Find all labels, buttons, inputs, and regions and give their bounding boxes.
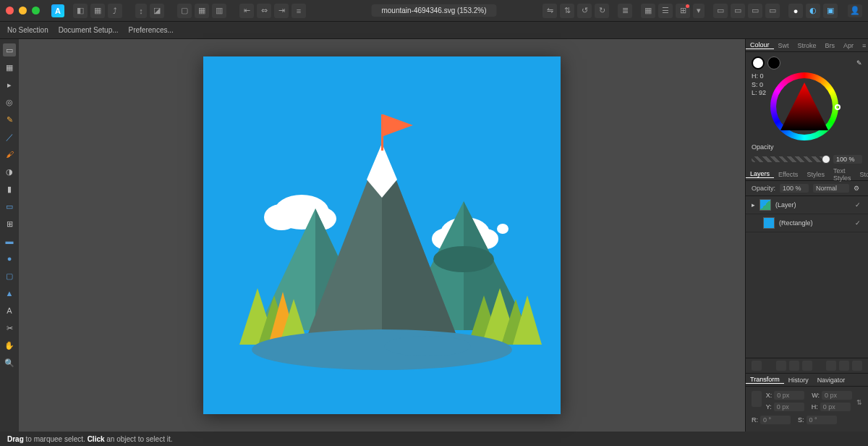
document-canvas[interactable] xyxy=(203,56,561,414)
snap-bounds-icon[interactable]: ▢ xyxy=(177,4,192,18)
document-setup-button[interactable]: Document Setup... xyxy=(59,26,119,34)
visibility-checkbox[interactable]: ✓ xyxy=(855,219,862,227)
rotate-cw-icon[interactable]: ↻ xyxy=(595,4,609,18)
mask-icon[interactable] xyxy=(776,361,786,371)
adjustment-icon[interactable] xyxy=(789,361,799,371)
r-input[interactable]: 0 ° xyxy=(760,416,791,424)
tab-history[interactable]: History xyxy=(784,376,813,384)
brush-tool-icon[interactable]: 🖌 xyxy=(3,148,16,161)
add-pixel-layer-icon[interactable]: ◐ xyxy=(806,4,820,18)
crop-tool-icon[interactable]: ⊞ xyxy=(3,217,16,230)
opacity-value[interactable]: 100 % xyxy=(833,155,862,164)
h-input[interactable]: 0 px xyxy=(820,403,851,411)
align-right-icon[interactable]: ⇥ xyxy=(274,4,289,18)
fill-swatch[interactable] xyxy=(752,56,765,70)
maximize-window-icon[interactable] xyxy=(32,7,40,14)
layer-row[interactable]: ▸ (Layer) ✓ xyxy=(746,196,868,214)
add-layer-icon[interactable]: ● xyxy=(788,4,803,18)
transparency-tool-icon[interactable]: ▮ xyxy=(3,182,16,195)
node-tool-icon[interactable]: ▸ xyxy=(3,78,16,91)
add-pixel-icon[interactable] xyxy=(839,361,849,371)
align-left-icon[interactable]: ⇤ xyxy=(239,4,254,18)
guides-icon[interactable]: ☰ xyxy=(658,4,673,18)
document-title[interactable]: mountain-4694346.svg (153.2%) xyxy=(371,4,496,17)
flip-h-icon[interactable]: ⇋ xyxy=(542,4,557,18)
snap-icon[interactable]: ⊞ xyxy=(676,4,690,18)
delete-layer-icon[interactable] xyxy=(852,361,862,371)
w-input[interactable]: 0 px xyxy=(822,391,852,400)
layer-opacity-value[interactable]: 100 % xyxy=(780,184,809,193)
tab-appearance[interactable]: Apr xyxy=(839,42,858,49)
corner-tool-icon[interactable]: ◎ xyxy=(3,96,16,109)
close-window-icon[interactable] xyxy=(6,7,14,14)
order-backward-icon[interactable]: ▭ xyxy=(748,4,762,18)
persona-export-icon[interactable]: ⤴ xyxy=(108,4,122,18)
minimize-window-icon[interactable] xyxy=(19,7,27,14)
tab-layers[interactable]: Layers xyxy=(746,170,774,178)
layer-settings-icon[interactable]: ⚙ xyxy=(854,185,859,192)
anchor-grid-icon[interactable] xyxy=(752,391,762,407)
h-label: H: xyxy=(812,403,818,411)
tab-stock[interactable]: Stock xyxy=(855,171,868,178)
tab-styles[interactable]: Styles xyxy=(802,171,829,178)
distribute-icon[interactable]: ≣ xyxy=(618,4,632,18)
account-icon[interactable]: 👤 xyxy=(848,4,862,17)
order-front-icon[interactable]: ▭ xyxy=(713,4,728,18)
opacity-slider[interactable] xyxy=(752,156,830,162)
place-image-tool-icon[interactable]: ▭ xyxy=(3,200,16,213)
tab-text-styles[interactable]: Text Styles xyxy=(829,167,856,182)
order-forward-icon[interactable]: ▭ xyxy=(731,4,745,18)
rectangle-tool-icon[interactable]: ▬ xyxy=(3,235,16,248)
visibility-checkbox[interactable]: ✓ xyxy=(855,201,862,209)
swatch-toggle-icon[interactable]: ◪ xyxy=(150,4,164,18)
snap-grid-icon[interactable]: ▦ xyxy=(195,4,209,18)
ellipse-tool-icon[interactable]: ● xyxy=(3,252,16,265)
align-center-icon[interactable]: ⇔ xyxy=(257,4,271,18)
order-back-icon[interactable]: ▭ xyxy=(765,4,780,18)
expand-icon[interactable]: ▸ xyxy=(752,201,755,209)
tab-brushes[interactable]: Brs xyxy=(821,42,840,49)
tab-transform[interactable]: Transform xyxy=(746,376,784,384)
colour-wheel[interactable] xyxy=(770,72,838,140)
rotate-ccw-icon[interactable]: ↺ xyxy=(577,4,592,18)
align-justify-icon[interactable]: ≡ xyxy=(292,4,306,18)
blend-mode-select[interactable]: Normal xyxy=(813,184,849,193)
panel-menu-icon[interactable]: ≡ xyxy=(858,42,868,49)
text-tool-icon[interactable]: A xyxy=(3,304,16,317)
link-wh-icon[interactable]: ⇅ xyxy=(856,399,862,406)
fx-icon[interactable] xyxy=(802,361,812,371)
artboard-tool-icon[interactable]: ▦ xyxy=(3,61,16,74)
stroke-swatch[interactable] xyxy=(767,56,780,70)
tab-stroke[interactable]: Stroke xyxy=(793,42,821,49)
rounded-rect-tool-icon[interactable]: ▢ xyxy=(3,269,16,282)
zoom-tool-icon[interactable]: 🔍 xyxy=(3,356,16,369)
tab-effects[interactable]: Effects xyxy=(774,171,802,178)
move-tool-icon[interactable]: ▭ xyxy=(3,43,16,56)
pan-tool-icon[interactable]: ✋ xyxy=(3,339,16,352)
y-input[interactable]: 0 px xyxy=(774,403,804,411)
eyedropper-icon[interactable]: ✎ xyxy=(856,59,862,67)
persona-designer-icon[interactable]: ◧ xyxy=(73,4,88,18)
canvas-area[interactable] xyxy=(19,39,745,432)
layer-row[interactable]: (Rectangle) ✓ xyxy=(746,214,868,232)
pencil-tool-icon[interactable]: ／ xyxy=(3,130,16,143)
tab-swatches[interactable]: Swt xyxy=(774,42,793,49)
s-input[interactable]: 0 ° xyxy=(807,416,837,424)
x-input[interactable]: 0 px xyxy=(774,391,804,400)
add-mask-icon[interactable]: ▣ xyxy=(823,4,838,18)
flip-v-icon[interactable]: ⇅ xyxy=(560,4,574,18)
tab-colour[interactable]: Colour xyxy=(746,41,774,49)
triangle-tool-icon[interactable]: ▲ xyxy=(3,287,16,300)
arrow-tool-icon[interactable]: ↕ xyxy=(135,4,147,18)
snap-guides-icon[interactable]: ▥ xyxy=(212,4,226,18)
pen-tool-icon[interactable]: ✎ xyxy=(3,113,16,126)
add-layer-icon[interactable] xyxy=(826,361,836,371)
persona-pixel-icon[interactable]: ▦ xyxy=(90,4,105,18)
preferences-button[interactable]: Preferences... xyxy=(129,26,174,34)
vector-crop-tool-icon[interactable]: ✂ xyxy=(3,321,16,334)
fill-tool-icon[interactable]: ◑ xyxy=(3,165,16,178)
tab-navigator[interactable]: Navigator xyxy=(813,376,850,384)
grid-icon[interactable]: ▦ xyxy=(641,4,655,18)
dropdown-icon[interactable]: ▾ xyxy=(693,4,705,18)
layer-group-icon[interactable] xyxy=(752,361,762,371)
